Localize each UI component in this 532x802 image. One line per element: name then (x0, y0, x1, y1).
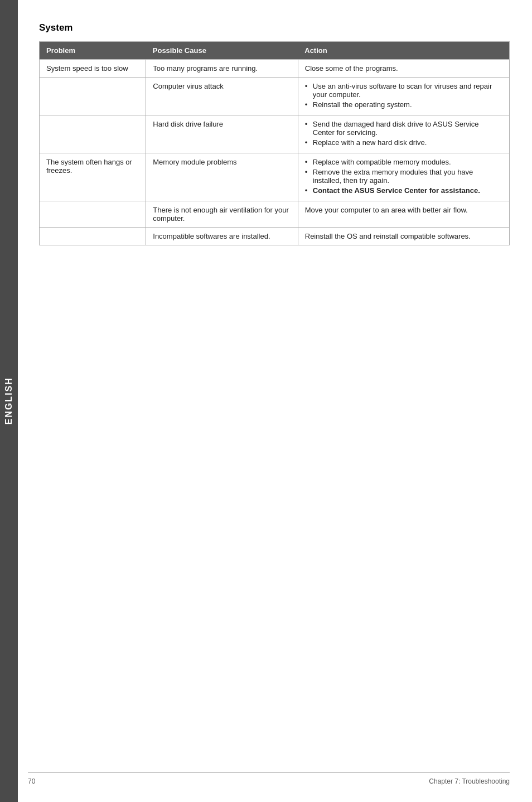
cell-action: Use an anti-virus software to scan for v… (298, 78, 509, 115)
action-list-item: Send the damaged hard disk drive to ASUS… (305, 120, 502, 137)
chapter-label: Chapter 7: Troubleshooting (429, 777, 510, 785)
action-list-item: Replace with compatible memory modules. (305, 158, 502, 166)
page-number: 70 (28, 777, 35, 785)
cell-cause: Computer virus attack (146, 78, 298, 115)
cell-action: Close some of the programs. (298, 60, 509, 78)
header-problem: Problem (40, 42, 146, 60)
cell-problem (40, 228, 146, 245)
cell-action: Reinstall the OS and reinstall compatibl… (298, 228, 509, 245)
sidebar: ENGLISH (0, 0, 18, 802)
cell-problem: The system often hangs or freezes. (40, 153, 146, 201)
cell-problem (40, 115, 146, 153)
cell-cause: There is not enough air ventilation for … (146, 201, 298, 228)
cell-action: Move your computer to an area with bette… (298, 201, 509, 228)
footer: 70 Chapter 7: Troubleshooting (28, 772, 510, 785)
header-possible-cause: Possible Cause (146, 42, 298, 60)
cell-action: Send the damaged hard disk drive to ASUS… (298, 115, 509, 153)
header-action: Action (298, 42, 509, 60)
table-row: Incompatible softwares are installed.Rei… (40, 228, 510, 245)
action-list-item: Replace with a new hard disk drive. (305, 138, 502, 147)
cell-problem (40, 201, 146, 228)
table-row: There is not enough air ventilation for … (40, 201, 510, 228)
action-list-item: Reinstall the operating system. (305, 100, 502, 109)
table-row: System speed is too slowToo many program… (40, 60, 510, 78)
cell-problem: System speed is too slow (40, 60, 146, 78)
troubleshooting-table: Problem Possible Cause Action System spe… (39, 41, 510, 245)
main-content: System Problem Possible Cause Action Sys… (28, 0, 532, 268)
action-list-item: Remove the extra memory modules that you… (305, 168, 502, 185)
cell-cause: Memory module problems (146, 153, 298, 201)
table-row: Hard disk drive failureSend the damaged … (40, 115, 510, 153)
cell-problem (40, 78, 146, 115)
action-list-item: Contact the ASUS Service Center for assi… (305, 186, 502, 195)
cell-cause: Too many programs are running. (146, 60, 298, 78)
table-header-row: Problem Possible Cause Action (40, 42, 510, 60)
section-title: System (39, 22, 510, 33)
table-row: The system often hangs or freezes.Memory… (40, 153, 510, 201)
action-list-item: Use an anti-virus software to scan for v… (305, 82, 502, 99)
cell-cause: Incompatible softwares are installed. (146, 228, 298, 245)
table-row: Computer virus attackUse an anti-virus s… (40, 78, 510, 115)
cell-cause: Hard disk drive failure (146, 115, 298, 153)
sidebar-label: ENGLISH (4, 377, 14, 424)
cell-action: Replace with compatible memory modules.R… (298, 153, 509, 201)
